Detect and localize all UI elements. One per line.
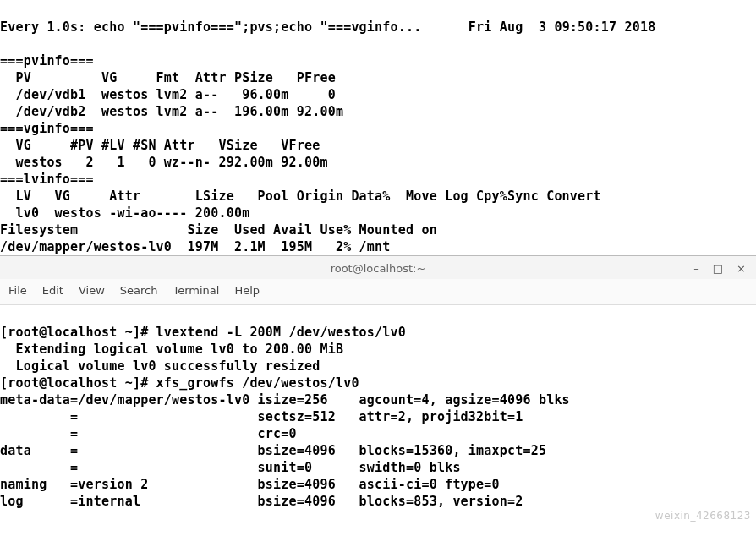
menu-view[interactable]: View [79, 282, 105, 299]
vg-header: VG #PV #LV #SN Attr VSize VFree [0, 138, 320, 153]
terminal-line: naming =version 2 bsize=4096 ascii-ci=0 … [0, 477, 500, 492]
window-title: root@localhost:~ [83, 260, 673, 277]
terminal-line: Logical volume lv0 successfully resized [0, 358, 320, 374]
menu-terminal[interactable]: Terminal [173, 282, 219, 299]
terminal-line: Extending logical volume lv0 to 200.00 M… [0, 342, 343, 357]
terminal-line: [root@localhost ~]# lvextend -L 200M /de… [0, 325, 406, 340]
menu-search[interactable]: Search [120, 282, 158, 299]
pv-header: PV VG Fmt Attr PSize PFree [0, 70, 336, 85]
watch-header-right: Fri Aug 3 09:50:17 2018 [468, 19, 656, 35]
terminal-line: = crc=0 [0, 426, 297, 441]
pv-row: /dev/vdb1 westos lvm2 a-- 96.00m 0 [0, 87, 336, 102]
terminal-line: log =internal bsize=4096 blocks=853, ver… [0, 494, 523, 509]
vg-row: westos 2 1 0 wz--n- 292.00m 92.00m [0, 155, 328, 170]
lv-header: LV VG Attr LSize Pool Origin Data% Move … [0, 189, 601, 204]
terminal-line: [root@localhost ~]# xfs_growfs /dev/west… [0, 375, 359, 391]
watch-output: Every 1.0s: echo "===pvinfo===";pvs;echo… [0, 0, 756, 255]
fs-header: Filesystem Size Used Avail Use% Mounted … [0, 222, 437, 238]
watch-header-left: Every 1.0s: echo "===pvinfo===";pvs;echo… [0, 19, 421, 35]
window-close-button[interactable]: × [737, 260, 746, 277]
menu-bar: File Edit View Search Terminal Help [0, 279, 756, 305]
pvinfo-section: ===pvinfo=== [0, 53, 94, 68]
lv-row: lv0 westos -wi-ao---- 200.00m [0, 205, 249, 221]
fs-row: /dev/mapper/westos-lv0 197M 2.1M 195M 2%… [0, 239, 391, 254]
pv-row: /dev/vdb2 westos lvm2 a-- 196.00m 92.00m [0, 104, 343, 119]
terminal-line: data = bsize=4096 blocks=15360, imaxpct=… [0, 443, 546, 458]
terminal-line: = sunit=0 swidth=0 blks [0, 460, 461, 475]
menu-file[interactable]: File [8, 282, 27, 299]
terminal-line: meta-data=/dev/mapper/westos-lv0 isize=2… [0, 392, 570, 407]
window-minimize-button[interactable]: – [693, 260, 699, 277]
menu-help[interactable]: Help [234, 282, 260, 299]
menu-edit[interactable]: Edit [42, 282, 63, 299]
window-title-bar: root@localhost:~ – □ × [0, 255, 756, 279]
lvinfo-section: ===lvinfo=== [0, 172, 94, 187]
vginfo-section: ===vginfo=== [0, 121, 94, 136]
terminal-output[interactable]: [root@localhost ~]# lvextend -L 200M /de… [0, 305, 756, 510]
window-maximize-button[interactable]: □ [713, 260, 723, 277]
watermark-text: weixin_42668123 [655, 507, 751, 524]
terminal-line: = sectsz=512 attr=2, projid32bit=1 [0, 409, 523, 424]
